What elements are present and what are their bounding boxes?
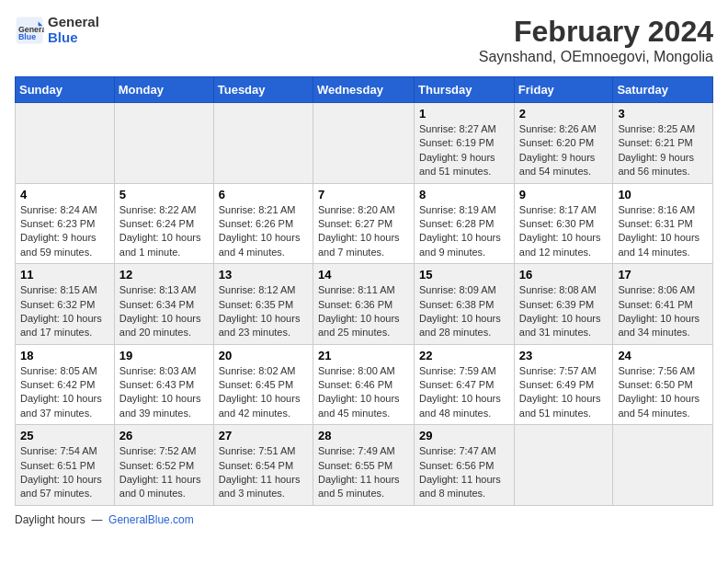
header-cell-sunday: Sunday (16, 77, 115, 103)
cell-day-number: 6 (219, 188, 308, 201)
page-subtitle: Saynshand, OEmnoegovi, Mongolia (479, 49, 713, 65)
cell-info: Sunrise: 8:26 AM Sunset: 6:20 PM Dayligh… (519, 122, 609, 179)
calendar-cell: 10 Sunrise: 8:16 AM Sunset: 6:31 PM Dayl… (613, 183, 713, 264)
cell-day-number: 7 (318, 188, 409, 201)
cell-day-number: 14 (318, 268, 409, 282)
cell-day-number: 5 (119, 188, 209, 201)
header-cell-wednesday: Wednesday (313, 77, 414, 103)
cell-info: Sunrise: 8:25 AM Sunset: 6:21 PM Dayligh… (618, 122, 708, 179)
cell-day-number: 8 (419, 188, 509, 201)
calendar-cell: 6 Sunrise: 8:21 AM Sunset: 6:26 PM Dayli… (213, 183, 313, 264)
calendar-cell: 27 Sunrise: 7:51 AM Sunset: 6:54 PM Dayl… (213, 425, 313, 506)
calendar-cell: 15 Sunrise: 8:09 AM Sunset: 6:38 PM Dayl… (415, 264, 515, 345)
cell-info: Sunrise: 8:27 AM Sunset: 6:19 PM Dayligh… (419, 122, 509, 179)
calendar-cell: 16 Sunrise: 8:08 AM Sunset: 6:39 PM Dayl… (514, 264, 613, 345)
cell-day-number: 4 (20, 188, 109, 201)
cell-info: Sunrise: 7:47 AM Sunset: 6:56 PM Dayligh… (419, 444, 509, 501)
calendar-cell: 24 Sunrise: 7:56 AM Sunset: 6:50 PM Dayl… (613, 344, 713, 425)
cell-day-number: 10 (618, 188, 708, 201)
cell-info: Sunrise: 8:20 AM Sunset: 6:27 PM Dayligh… (318, 203, 409, 260)
cell-day-number: 15 (419, 268, 509, 282)
cell-info: Sunrise: 8:15 AM Sunset: 6:32 PM Dayligh… (20, 283, 109, 340)
header: General Blue General Blue February 2024 … (15, 15, 713, 65)
cell-info: Sunrise: 7:51 AM Sunset: 6:54 PM Dayligh… (219, 444, 308, 501)
cell-info: Sunrise: 8:03 AM Sunset: 6:43 PM Dayligh… (119, 364, 209, 421)
calendar-cell: 14 Sunrise: 8:11 AM Sunset: 6:36 PM Dayl… (313, 264, 414, 345)
cell-info: Sunrise: 8:16 AM Sunset: 6:31 PM Dayligh… (618, 203, 708, 260)
week-row-2: 4 Sunrise: 8:24 AM Sunset: 6:23 PM Dayli… (16, 183, 713, 264)
header-cell-saturday: Saturday (613, 77, 713, 103)
cell-info: Sunrise: 8:21 AM Sunset: 6:26 PM Dayligh… (219, 203, 308, 260)
cell-info: Sunrise: 8:24 AM Sunset: 6:23 PM Dayligh… (20, 203, 109, 260)
footer: Daylight hours — GeneralBlue.com (15, 513, 713, 526)
calendar-cell (114, 103, 213, 184)
logo-line1: General (48, 15, 99, 30)
calendar-cell: 17 Sunrise: 8:06 AM Sunset: 6:41 PM Dayl… (613, 264, 713, 345)
cell-day-number: 9 (519, 188, 609, 201)
cell-day-number: 29 (419, 429, 509, 442)
footer-source: Daylight hours (15, 513, 85, 526)
cell-info: Sunrise: 8:17 AM Sunset: 6:30 PM Dayligh… (519, 203, 609, 260)
cell-day-number: 27 (219, 429, 308, 442)
header-row: SundayMondayTuesdayWednesdayThursdayFrid… (16, 77, 713, 103)
calendar-table: SundayMondayTuesdayWednesdayThursdayFrid… (15, 76, 713, 506)
cell-day-number: 11 (20, 268, 109, 282)
cell-day-number: 22 (419, 349, 509, 362)
header-cell-monday: Monday (114, 77, 213, 103)
cell-info: Sunrise: 7:59 AM Sunset: 6:47 PM Dayligh… (419, 364, 509, 421)
cell-info: Sunrise: 8:06 AM Sunset: 6:41 PM Dayligh… (618, 283, 708, 340)
cell-info: Sunrise: 8:22 AM Sunset: 6:24 PM Dayligh… (119, 203, 209, 260)
calendar-cell (613, 425, 713, 506)
cell-info: Sunrise: 8:13 AM Sunset: 6:34 PM Dayligh… (119, 283, 209, 340)
week-row-1: 1 Sunrise: 8:27 AM Sunset: 6:19 PM Dayli… (16, 103, 713, 184)
cell-day-number: 20 (219, 349, 308, 362)
logo: General Blue General Blue (15, 15, 99, 45)
cell-day-number: 28 (318, 429, 409, 442)
cell-day-number: 12 (119, 268, 209, 282)
cell-day-number: 24 (618, 349, 708, 362)
calendar-cell: 22 Sunrise: 7:59 AM Sunset: 6:47 PM Dayl… (415, 344, 515, 425)
calendar-cell (16, 103, 115, 184)
calendar-cell: 3 Sunrise: 8:25 AM Sunset: 6:21 PM Dayli… (613, 103, 713, 184)
calendar-cell: 12 Sunrise: 8:13 AM Sunset: 6:34 PM Dayl… (114, 264, 213, 345)
cell-info: Sunrise: 7:56 AM Sunset: 6:50 PM Dayligh… (618, 364, 708, 421)
logo-text: General Blue (48, 15, 99, 45)
svg-text:Blue: Blue (18, 32, 36, 41)
cell-day-number: 19 (119, 349, 209, 362)
cell-info: Sunrise: 7:49 AM Sunset: 6:55 PM Dayligh… (318, 444, 409, 501)
calendar-cell: 20 Sunrise: 8:02 AM Sunset: 6:45 PM Dayl… (213, 344, 313, 425)
title-area: February 2024 Saynshand, OEmnoegovi, Mon… (479, 15, 713, 65)
calendar-cell: 1 Sunrise: 8:27 AM Sunset: 6:19 PM Dayli… (415, 103, 515, 184)
calendar-cell: 21 Sunrise: 8:00 AM Sunset: 6:46 PM Dayl… (313, 344, 414, 425)
cell-info: Sunrise: 7:52 AM Sunset: 6:52 PM Dayligh… (119, 444, 209, 501)
calendar-cell: 11 Sunrise: 8:15 AM Sunset: 6:32 PM Dayl… (16, 264, 115, 345)
cell-info: Sunrise: 8:09 AM Sunset: 6:38 PM Dayligh… (419, 283, 509, 340)
cell-day-number: 17 (618, 268, 708, 282)
footer-link[interactable]: GeneralBlue.com (108, 513, 194, 526)
calendar-cell: 29 Sunrise: 7:47 AM Sunset: 6:56 PM Dayl… (415, 425, 515, 506)
cell-info: Sunrise: 8:11 AM Sunset: 6:36 PM Dayligh… (318, 283, 409, 340)
cell-day-number: 25 (20, 429, 109, 442)
week-row-5: 25 Sunrise: 7:54 AM Sunset: 6:51 PM Dayl… (16, 425, 713, 506)
calendar-cell: 26 Sunrise: 7:52 AM Sunset: 6:52 PM Dayl… (114, 425, 213, 506)
calendar-cell: 5 Sunrise: 8:22 AM Sunset: 6:24 PM Dayli… (114, 183, 213, 264)
cell-day-number: 21 (318, 349, 409, 362)
cell-info: Sunrise: 8:12 AM Sunset: 6:35 PM Dayligh… (219, 283, 308, 340)
week-row-3: 11 Sunrise: 8:15 AM Sunset: 6:32 PM Dayl… (16, 264, 713, 345)
cell-info: Sunrise: 8:00 AM Sunset: 6:46 PM Dayligh… (318, 364, 409, 421)
cell-day-number: 23 (519, 349, 609, 362)
calendar-cell: 28 Sunrise: 7:49 AM Sunset: 6:55 PM Dayl… (313, 425, 414, 506)
cell-info: Sunrise: 8:05 AM Sunset: 6:42 PM Dayligh… (20, 364, 109, 421)
page-title: February 2024 (479, 15, 713, 49)
cell-info: Sunrise: 7:54 AM Sunset: 6:51 PM Dayligh… (20, 444, 109, 501)
cell-day-number: 3 (618, 107, 708, 121)
calendar-cell: 9 Sunrise: 8:17 AM Sunset: 6:30 PM Dayli… (514, 183, 613, 264)
cell-info: Sunrise: 8:02 AM Sunset: 6:45 PM Dayligh… (219, 364, 308, 421)
calendar-cell: 4 Sunrise: 8:24 AM Sunset: 6:23 PM Dayli… (16, 183, 115, 264)
cell-day-number: 26 (119, 429, 209, 442)
cell-day-number: 16 (519, 268, 609, 282)
calendar-cell (213, 103, 313, 184)
calendar-cell: 7 Sunrise: 8:20 AM Sunset: 6:27 PM Dayli… (313, 183, 414, 264)
cell-info: Sunrise: 8:19 AM Sunset: 6:28 PM Dayligh… (419, 203, 509, 260)
calendar-cell: 19 Sunrise: 8:03 AM Sunset: 6:43 PM Dayl… (114, 344, 213, 425)
